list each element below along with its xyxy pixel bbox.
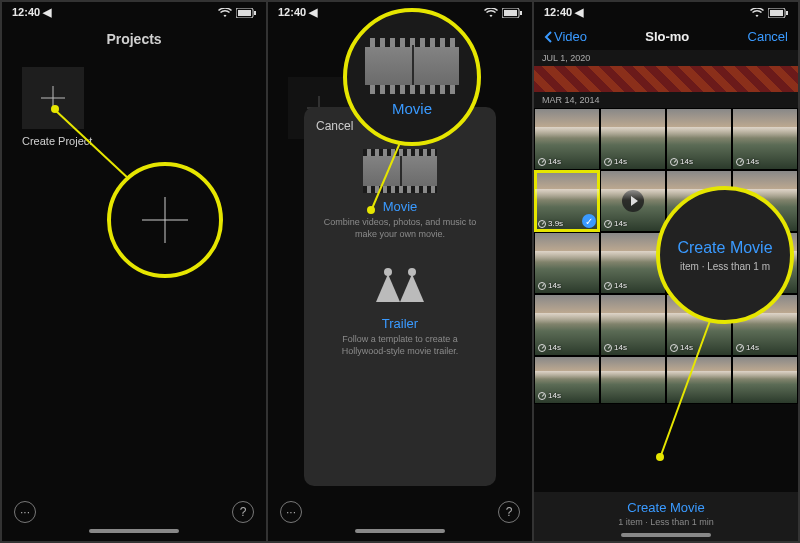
section-header: MAR 14, 2014: [534, 92, 798, 108]
movie-title: Movie: [312, 199, 488, 214]
help-button[interactable]: ?: [498, 501, 520, 523]
clock-icon: [604, 158, 612, 166]
film-strip-icon: [365, 38, 459, 94]
status-time: 12:40 ◀: [544, 6, 583, 19]
video-thumb[interactable]: 14s: [534, 356, 600, 404]
screen-projects: 12:40 ◀ Projects Create Project ··· ?: [2, 2, 266, 541]
status-right: [484, 8, 522, 18]
video-thumb[interactable]: 14s: [600, 294, 666, 356]
status-time: 12:40 ◀: [278, 6, 317, 19]
clock-icon: [736, 344, 744, 352]
duration-label: 14s: [670, 343, 693, 352]
back-button[interactable]: Video: [544, 29, 587, 44]
duration-label: 14s: [670, 157, 693, 166]
svg-rect-4: [504, 10, 517, 16]
video-thumb[interactable]: [600, 356, 666, 404]
duration-label: 14s: [604, 219, 627, 228]
more-button[interactable]: ···: [14, 501, 36, 523]
video-thumb[interactable]: 14s: [666, 108, 732, 170]
battery-icon: [768, 8, 788, 18]
create-movie-bar[interactable]: Create Movie 1 item · Less than 1 min: [534, 492, 798, 541]
annotation-zoom-movie: Movie: [343, 8, 481, 146]
duration-label: 14s: [736, 343, 759, 352]
trailer-desc: Follow a template to create a Hollywood-…: [312, 334, 488, 357]
wifi-icon: [218, 8, 232, 18]
home-indicator: [89, 529, 179, 533]
create-project-label: Create Project: [22, 135, 266, 147]
trailer-title: Trailer: [312, 316, 488, 331]
wifi-icon: [484, 8, 498, 18]
svg-rect-12: [786, 11, 788, 15]
video-thumb-selected[interactable]: 3.9s ✓: [534, 170, 600, 232]
video-thumb[interactable]: 14s: [600, 170, 666, 232]
svg-marker-7: [400, 274, 424, 302]
video-thumb[interactable]: 14s: [534, 232, 600, 294]
svg-rect-11: [770, 10, 783, 16]
duration-label: 14s: [736, 157, 759, 166]
clock-icon: [604, 282, 612, 290]
clock-icon: [604, 344, 612, 352]
help-button[interactable]: ?: [232, 501, 254, 523]
status-bar: 12:40 ◀: [2, 2, 266, 23]
checkmark-icon: ✓: [582, 214, 596, 228]
plus-icon: [41, 86, 65, 110]
clock-icon: [538, 220, 546, 228]
battery-icon: [502, 8, 522, 18]
more-button[interactable]: ···: [280, 501, 302, 523]
section-header: JUL 1, 2020: [534, 50, 798, 66]
zoom-create-sub: item · Less than 1 m: [680, 261, 770, 272]
cancel-button[interactable]: Cancel: [316, 119, 353, 133]
svg-marker-6: [376, 274, 400, 302]
video-thumb[interactable]: 14s: [732, 108, 798, 170]
plus-icon: [142, 197, 188, 243]
nav-title: Slo-mo: [645, 29, 689, 44]
home-indicator: [355, 529, 445, 533]
video-thumb[interactable]: 14s: [534, 108, 600, 170]
video-thumb[interactable]: [666, 356, 732, 404]
chevron-left-icon: [544, 31, 552, 43]
page-title: Projects: [2, 23, 266, 55]
clock-icon: [538, 282, 546, 290]
bottom-bar: ··· ?: [268, 493, 532, 541]
home-indicator: [621, 533, 711, 537]
film-strip-icon: [363, 149, 437, 193]
movie-option[interactable]: Movie Combine videos, photos, and music …: [312, 143, 488, 252]
video-thumb[interactable]: 14s: [534, 294, 600, 356]
video-thumb[interactable]: [534, 66, 798, 92]
status-time: 12:40 ◀: [12, 6, 51, 19]
create-project-button[interactable]: [22, 67, 84, 129]
screen-new-project: 12:40 ◀ Cancel New Movie Combine videos,…: [268, 2, 532, 541]
new-project-modal: Cancel New Movie Combine videos, photos,…: [304, 107, 496, 486]
svg-rect-5: [520, 11, 522, 15]
svg-rect-1: [238, 10, 251, 16]
cancel-button[interactable]: Cancel: [748, 29, 788, 44]
nav-bar: Video Slo-mo Cancel: [534, 23, 798, 50]
duration-label: 14s: [604, 157, 627, 166]
annotation-dot: [656, 453, 664, 461]
create-movie-sub: 1 item · Less than 1 min: [534, 517, 798, 527]
duration-label: 14s: [538, 391, 561, 400]
battery-icon: [236, 8, 256, 18]
clock-icon: [670, 158, 678, 166]
zoom-movie-label: Movie: [392, 100, 432, 117]
create-movie-button[interactable]: Create Movie: [534, 500, 798, 515]
clock-icon: [538, 392, 546, 400]
screen-media-picker: 12:40 ◀ Video Slo-mo Cancel JUL 1, 2020 …: [534, 2, 798, 541]
movie-desc: Combine videos, photos, and music to mak…: [312, 217, 488, 240]
wifi-icon: [750, 8, 764, 18]
duration-label: 3.9s: [538, 219, 563, 228]
annotation-zoom-plus: [107, 162, 223, 278]
svg-rect-2: [254, 11, 256, 15]
duration-label: 14s: [604, 343, 627, 352]
duration-label: 14s: [604, 281, 627, 290]
trailer-option[interactable]: Trailer Follow a template to create a Ho…: [312, 252, 488, 369]
zoom-create-label: Create Movie: [677, 239, 772, 257]
clock-icon: [670, 344, 678, 352]
duration-label: 14s: [538, 281, 561, 290]
status-right: [750, 8, 788, 18]
duration-label: 14s: [538, 343, 561, 352]
video-thumb[interactable]: [732, 356, 798, 404]
status-right: [218, 8, 256, 18]
clock-icon: [538, 158, 546, 166]
video-thumb[interactable]: 14s: [600, 108, 666, 170]
